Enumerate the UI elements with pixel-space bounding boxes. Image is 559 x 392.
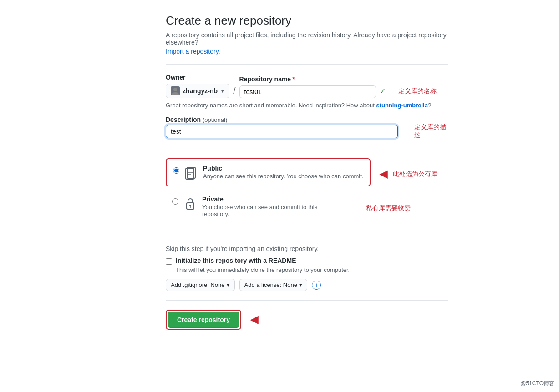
owner-name: zhangyz-nb <box>183 87 218 95</box>
slash-divider: / <box>233 86 236 98</box>
divider-bottom <box>166 300 448 301</box>
divider-mid2 <box>166 236 448 236</box>
arrow-right-create: ◀ <box>250 314 258 326</box>
info-icon[interactable]: i <box>312 281 321 290</box>
public-option[interactable]: Public Anyone can see this repository. Y… <box>166 158 371 186</box>
gitignore-chevron: ▾ <box>227 281 230 288</box>
license-dropdown[interactable]: Add a license: None ▾ <box>239 279 307 291</box>
suggestion-text: Great repository names are short and mem… <box>166 102 448 109</box>
create-btn-border: Create repository <box>166 310 241 330</box>
create-btn-section: Create repository ◀ <box>166 310 448 330</box>
license-chevron: ▾ <box>299 281 302 288</box>
init-readme-label: Initialize this repository with a README <box>176 257 296 264</box>
dropdown-row: Add .gitignore: None ▾ Add a license: No… <box>166 279 448 291</box>
public-annotation: 此处选为公有库 <box>393 170 437 178</box>
import-link[interactable]: Import a repository. <box>166 48 220 55</box>
private-text: Private You choose who can see and commi… <box>202 196 341 217</box>
owner-label: Owner <box>166 74 229 81</box>
divider-top <box>166 64 448 65</box>
private-icon <box>183 196 198 211</box>
private-option[interactable]: Private You choose who can see and commi… <box>166 190 348 223</box>
gitignore-label: Add .gitignore: None <box>171 281 225 288</box>
init-readme-checkbox[interactable] <box>166 258 172 265</box>
description-annotation: 定义库的描述 <box>414 123 448 140</box>
private-annotation: 私有库需要收费 <box>366 204 411 212</box>
repo-name-annotation: 定义库的名称 <box>398 87 437 95</box>
skip-text: Skip this step if you're importing an ex… <box>166 245 448 252</box>
private-radio[interactable] <box>172 198 178 205</box>
arrow-right-public: ◀ <box>380 168 387 180</box>
divider-mid <box>166 149 448 149</box>
visibility-section: Public Anyone can see this repository. Y… <box>166 158 448 226</box>
public-icon <box>184 166 198 180</box>
license-label: Add a license: None <box>244 281 297 288</box>
public-radio[interactable] <box>173 167 179 174</box>
optional-label: (optional) <box>203 116 227 123</box>
description-input[interactable] <box>166 125 398 138</box>
init-readme-desc: This will let you immediately clone the … <box>176 266 448 273</box>
page-title: Create a new repository <box>166 14 448 28</box>
required-star: * <box>292 75 295 83</box>
page-subtitle: A repository contains all project files,… <box>166 31 448 46</box>
gitignore-dropdown[interactable]: Add .gitignore: None ▾ <box>166 279 235 291</box>
svg-point-0 <box>173 88 177 91</box>
owner-avatar <box>171 86 180 95</box>
chevron-down-icon: ▾ <box>221 89 224 94</box>
suggestion-link[interactable]: stunning-umbrella <box>376 102 427 109</box>
check-icon: ✓ <box>380 87 386 97</box>
watermark: @51CTO博客 <box>520 380 554 387</box>
repo-name-label: Repository name* <box>239 75 386 83</box>
svg-point-7 <box>189 205 191 206</box>
public-text: Public Anyone can see this repository. Y… <box>203 165 363 180</box>
repo-name-input[interactable] <box>239 85 376 98</box>
create-repository-button[interactable]: Create repository <box>168 312 239 328</box>
init-readme-row: Initialize this repository with a README <box>166 257 448 265</box>
owner-dropdown[interactable]: zhangyz-nb ▾ <box>166 84 229 98</box>
description-label: Description(optional) <box>166 116 227 123</box>
initialize-section: Skip this step if you're importing an ex… <box>166 245 448 291</box>
